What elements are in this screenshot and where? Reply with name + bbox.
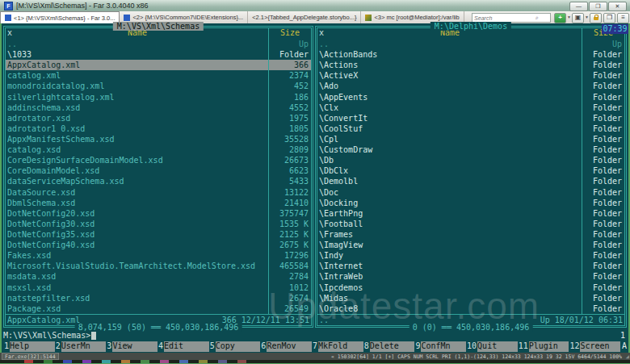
search-input[interactable]	[474, 15, 536, 21]
file-row[interactable]: \CustomDrawFolder	[317, 144, 624, 155]
taskbar-item[interactable]	[199, 360, 208, 363]
file-name: silverlightcatalog.xml	[6, 93, 268, 102]
left-panel-title[interactable]: M:\VS\Xml\Schemas	[113, 22, 204, 31]
file-row[interactable]: DotNetConfig40.xsd2675 K	[6, 240, 311, 250]
file-size: Up	[268, 40, 311, 48]
file-row[interactable]: \InternetFolder	[317, 261, 624, 271]
file-row[interactable]: \ClxFolder	[317, 103, 624, 113]
file-row[interactable]: \IntraWebFolder	[317, 271, 624, 282]
lock-button[interactable]	[590, 13, 602, 23]
taskbar-item[interactable]	[82, 360, 91, 363]
taskbar-item[interactable]	[102, 360, 111, 363]
file-row[interactable]: catalog.xml2374	[6, 70, 311, 81]
taskbar-item[interactable]	[218, 360, 227, 363]
file-row[interactable]: \1033Folder	[6, 49, 311, 60]
file-row[interactable]: \Oracle8Folder	[317, 303, 624, 314]
file-row[interactable]: catalog.xsd2809	[6, 144, 311, 155]
fkey-12-screen[interactable]: 12Screen	[569, 341, 620, 352]
file-row[interactable]: msdata.xsd2784	[6, 271, 311, 282]
fkey-7-mkfold[interactable]: 7MkFold	[312, 341, 363, 352]
file-row[interactable]: \IndyFolder	[317, 250, 624, 261]
new-console-button[interactable]: +	[554, 13, 566, 23]
fkey-8-delete[interactable]: 8Delete	[363, 341, 415, 352]
taskbar-item[interactable]	[44, 360, 52, 363]
file-row[interactable]: ..Up	[6, 39, 311, 49]
file-row[interactable]: \FootballFolder	[317, 219, 624, 229]
fkey-1-help[interactable]: 1Help	[3, 341, 55, 352]
maximize-button[interactable]: ❐	[589, 2, 607, 11]
file-row[interactable]: Microsoft.VisualStudio.TeamArchitect.Mod…	[6, 261, 311, 271]
file-row[interactable]: \CoolStufFolder	[317, 123, 624, 134]
tab-1[interactable]: <1> {M:\VS\Xml\Schemas} - Far 3.0...	[0, 11, 120, 23]
taskbar-item[interactable]	[141, 360, 149, 363]
taskbar-item[interactable]	[63, 360, 72, 363]
file-row[interactable]: natstepfilter.xsd2674	[6, 293, 311, 303]
window-mode-button[interactable]: ❒	[603, 13, 615, 23]
new-console-dropdown-icon[interactable]: ▼	[567, 15, 571, 23]
search-icon[interactable]: ⌕	[536, 15, 539, 21]
file-row[interactable]: CoreDomainModel.xsd6623	[6, 165, 311, 176]
fkey-11-plugin[interactable]: 11Plugin	[518, 341, 569, 352]
file-row[interactable]: \EarthPngFolder	[317, 208, 624, 219]
minimize-button[interactable]: —	[569, 2, 588, 11]
file-row[interactable]: adrotator1_0.xsd1805	[6, 123, 311, 134]
file-row[interactable]: \DbFolder	[317, 155, 624, 165]
file-row[interactable]: adrotator.xsd1975	[6, 113, 311, 123]
file-row[interactable]: \AdoFolder	[317, 81, 624, 91]
taskbar-item[interactable]	[179, 360, 188, 363]
taskbar-item[interactable]	[160, 360, 169, 363]
fkey-3-view[interactable]: 3View	[106, 341, 158, 352]
fkey-10-quit[interactable]: 10Quit	[466, 341, 518, 352]
tab-label: <2.1>{Tabbed_AppDelegate.storybo...}	[252, 14, 356, 21]
file-row[interactable]: addinschema.xsd4552	[6, 103, 311, 113]
command-line[interactable]: M:\VS\Xml\Schemas> 1	[3, 331, 627, 341]
tab-3[interactable]: <2.1>{Tabbed_AppDelegate.storybo...}	[248, 11, 361, 23]
fkey-2-usermn[interactable]: 2UserMn	[55, 341, 107, 352]
file-row[interactable]: \DocFolder	[317, 187, 624, 198]
taskbar-item[interactable]	[237, 360, 246, 363]
file-row[interactable]: \DemolblFolder	[317, 176, 624, 186]
file-name: ..	[6, 40, 268, 48]
file-row[interactable]: silverlightcatalog.xml186	[6, 92, 311, 103]
file-row[interactable]: msxsl.xsd1012	[6, 282, 311, 293]
file-row[interactable]: Fakes.xsd17296	[6, 250, 311, 261]
file-row[interactable]: monodroidcatalog.xml452	[6, 81, 311, 91]
fkey-6-renmov[interactable]: 6RenMov	[260, 341, 312, 352]
taskbar-item[interactable]	[121, 360, 130, 363]
file-row[interactable]: \FramesFolder	[317, 229, 624, 240]
file-row[interactable]: \ActionBandsFolder	[317, 49, 624, 60]
file-row[interactable]: Package.xsd26549	[6, 303, 311, 314]
file-row[interactable]: \MidasFolder	[317, 293, 624, 303]
fkey-4-edit[interactable]: 4Edit	[158, 341, 209, 352]
file-row[interactable]: \IpcdemosFolder	[317, 282, 624, 293]
file-row[interactable]: \ActiveXFolder	[317, 70, 624, 81]
fkey-5-copy[interactable]: 5Copy	[209, 341, 261, 352]
fkey-9-confmn[interactable]: 9ConfMn	[414, 341, 466, 352]
file-name: DotNetConfig35.xsd	[6, 230, 268, 239]
file-row[interactable]: AppxCatalog.xml366	[6, 60, 311, 70]
file-row[interactable]: DotNetConfig35.xsd2125 K	[6, 229, 311, 240]
console-switch-dropdown-icon[interactable]: ▼	[585, 15, 589, 23]
file-row[interactable]: DotNetConfig20.xsd375747	[6, 208, 311, 219]
resize-grip-icon[interactable]: ◢	[626, 354, 629, 360]
right-panel-title[interactable]: M:\Delphi\Demos	[430, 22, 511, 31]
file-row[interactable]: \ImagViewFolder	[317, 240, 624, 250]
file-row[interactable]: AppxManifestSchema.xsd35528	[6, 134, 311, 144]
taskbar-item[interactable]	[24, 360, 33, 363]
file-row[interactable]: DataSource.xsd13122	[6, 187, 311, 198]
file-row[interactable]: DbmlSchema.xsd21410	[6, 198, 311, 208]
file-row[interactable]: CoreDesignSurfaceDomainModel.xsd26673	[6, 155, 311, 165]
file-row[interactable]: \CplFolder	[317, 134, 624, 144]
file-row[interactable]: \ActionsFolder	[317, 60, 624, 70]
close-button[interactable]: ✕	[608, 2, 627, 11]
file-row[interactable]: ..Up	[317, 39, 624, 49]
file-row[interactable]: DotNetConfig30.xsd1535 K	[6, 219, 311, 229]
console-switch-button[interactable]: ▣	[572, 13, 584, 23]
file-row[interactable]: \ConvertItFolder	[317, 113, 624, 123]
menu-button[interactable]: ≡	[617, 13, 629, 23]
file-row[interactable]: dataServiceMapSchema.xsd5433	[6, 176, 311, 186]
file-row[interactable]: \DbClxFolder	[317, 165, 624, 176]
left-column-size[interactable]: Size	[269, 28, 311, 37]
file-row[interactable]: \AppEventsFolder	[317, 92, 624, 103]
file-row[interactable]: \DockingFolder	[317, 198, 624, 208]
